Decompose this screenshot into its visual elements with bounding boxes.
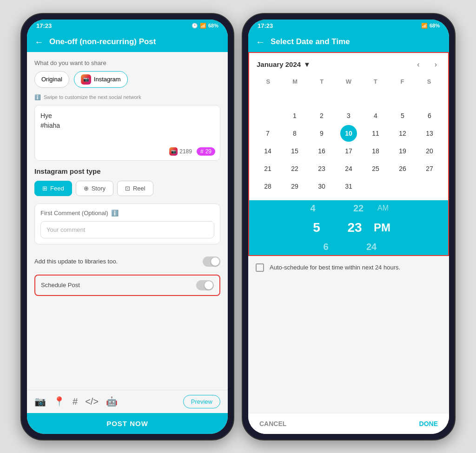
calendar-day[interactable]: 10 (340, 125, 357, 142)
calendar-day[interactable]: 16 (313, 143, 330, 159)
left-status-icons: 🕐 📶 68% (192, 23, 218, 29)
hashtag-icon[interactable]: # (73, 396, 78, 407)
calendar-day[interactable]: 11 (367, 125, 384, 142)
code-icon[interactable]: </> (85, 396, 99, 407)
auto-schedule-row: Auto-schedule for best time within next … (248, 256, 449, 279)
schedule-toggle-row: Schedule Post (34, 275, 220, 296)
calendar-day (340, 90, 357, 106)
calendar-day[interactable]: 24 (340, 160, 357, 177)
calendar-day[interactable]: 8 (286, 125, 303, 142)
reel-btn[interactable]: ⊡ Reel (117, 181, 153, 196)
calendar-day[interactable]: 13 (421, 125, 438, 142)
auto-schedule-checkbox[interactable] (256, 263, 264, 272)
calendar-day[interactable]: 4 (367, 107, 384, 124)
calendar-day[interactable]: 25 (367, 160, 384, 177)
calendar-day[interactable]: 9 (313, 125, 330, 142)
calendar-day[interactable]: 18 (367, 143, 384, 159)
calendar-day[interactable]: 12 (394, 125, 411, 142)
share-label: What do you want to share (34, 59, 220, 66)
right-status-icons: 📶 68% (421, 23, 440, 29)
calendar-day[interactable]: 6 (421, 107, 438, 124)
preview-button[interactable]: Preview (183, 395, 220, 408)
left-back-button[interactable]: ← (34, 37, 44, 47)
active-hour: 5 (305, 220, 328, 235)
calendar-day[interactable]: 30 (313, 178, 330, 195)
calendar-day[interactable]: 2 (313, 107, 330, 124)
calendar-day[interactable]: 29 (286, 178, 303, 195)
done-button[interactable]: DONE (419, 420, 438, 427)
calendar-day (259, 90, 276, 106)
comment-label-text: First Comment (Optional) (40, 210, 108, 217)
next-month-arrow[interactable]: › (431, 59, 441, 71)
calendar-day[interactable]: 26 (394, 160, 411, 177)
calendar-box: January 2024 ▼ ‹ › S M T (248, 52, 449, 256)
calendar-day[interactable]: 5 (394, 107, 411, 124)
calendar-day (313, 90, 330, 106)
camera-icon[interactable]: 📷 (34, 396, 46, 407)
left-page-title: One-off (non-recurring) Post (49, 37, 156, 46)
time-row-active: 5 23 PM (249, 217, 448, 239)
left-phone: 17:23 🕐 📶 68% ← One-off (non-recurring) … (20, 13, 234, 440)
calendar-day[interactable]: 27 (421, 160, 438, 177)
prev-month-arrow[interactable]: ‹ (413, 59, 423, 71)
calendar-day[interactable]: 1 (286, 107, 303, 124)
nav-arrows: ‹ › (413, 59, 441, 71)
instagram-counter: 📷 2189 (169, 147, 192, 156)
time-picker: 4 22 AM 5 23 PM (249, 200, 448, 255)
calendar-header: January 2024 ▼ ‹ › (249, 53, 448, 76)
day-header-t1: T (308, 76, 335, 87)
calendar-grid: S M T W T F S 12345678910111213141516171… (249, 76, 448, 200)
right-back-button[interactable]: ← (256, 37, 265, 47)
feed-btn[interactable]: ⊞ Feed (34, 181, 72, 196)
toolbar-icons: 📷 📍 # </> 🤖 (34, 396, 118, 407)
location-icon[interactable]: 📍 (53, 396, 65, 407)
right-app-header: ← Select Date and Time (248, 32, 449, 52)
right-time: 17:23 (258, 22, 273, 29)
next-minute: 24 (360, 242, 383, 252)
right-page-title: Select Date and Time (271, 37, 350, 46)
calendar-day (259, 107, 276, 124)
left-time: 17:23 (36, 22, 52, 29)
right-status-bar: 17:23 📶 68% (248, 20, 449, 32)
calendar-day[interactable]: 20 (421, 143, 438, 159)
original-btn[interactable]: Original (34, 71, 69, 88)
bottom-toolbar: 📷 📍 # </> 🤖 Preview (27, 390, 228, 413)
right-battery: 68% (430, 23, 440, 28)
day-header-f: F (389, 76, 416, 87)
cancel-button[interactable]: CANCEL (259, 420, 286, 427)
robot-icon[interactable]: 🤖 (106, 396, 118, 407)
story-btn[interactable]: ⊕ Story (76, 181, 113, 196)
post-type-buttons: ⊞ Feed ⊕ Story ⊡ Reel (34, 181, 220, 196)
day-header-s2: S (416, 76, 443, 87)
date-bottom-bar: CANCEL DONE (248, 413, 449, 434)
month-label[interactable]: January 2024 ▼ (257, 60, 311, 68)
days-grid: 1234567891011121314151617181920212223242… (255, 90, 443, 195)
active-ampm: PM (374, 221, 392, 234)
share-options: Original 📷 Instagram (34, 71, 220, 88)
calendar-day[interactable]: 19 (394, 143, 411, 159)
calendar-day[interactable]: 31 (340, 178, 357, 195)
post-text-area[interactable]: Hye #hiaha 📷 2189 # 29 (34, 105, 220, 161)
calendar-day[interactable]: 3 (340, 107, 357, 124)
calendar-day[interactable]: 17 (340, 143, 357, 159)
day-header-s1: S (255, 76, 282, 87)
swipe-hint-text: Swipe to customize the next social netwo… (44, 94, 141, 100)
next-hour: 6 (314, 242, 337, 252)
day-header-w: W (335, 76, 362, 87)
calendar-day[interactable]: 14 (259, 143, 276, 159)
library-toggle-label: Add this update to libraries too. (34, 258, 118, 265)
left-battery: 68% (208, 23, 218, 28)
calendar-day[interactable]: 7 (259, 125, 276, 142)
prev-hour: 4 (301, 203, 324, 214)
schedule-toggle[interactable] (196, 280, 214, 290)
calendar-day[interactable]: 23 (313, 160, 330, 177)
calendar-day[interactable]: 28 (259, 178, 276, 195)
calendar-day[interactable]: 22 (286, 160, 303, 177)
library-toggle[interactable] (203, 256, 220, 267)
calendar-day[interactable]: 21 (259, 160, 276, 177)
comment-input[interactable]: Your comment (40, 221, 214, 238)
instagram-btn[interactable]: 📷 Instagram (74, 71, 128, 88)
calendar-day[interactable]: 15 (286, 143, 303, 159)
post-now-bar[interactable]: POST NOW (27, 413, 228, 434)
calendar-wrapper: January 2024 ▼ ‹ › S M T (248, 52, 449, 434)
